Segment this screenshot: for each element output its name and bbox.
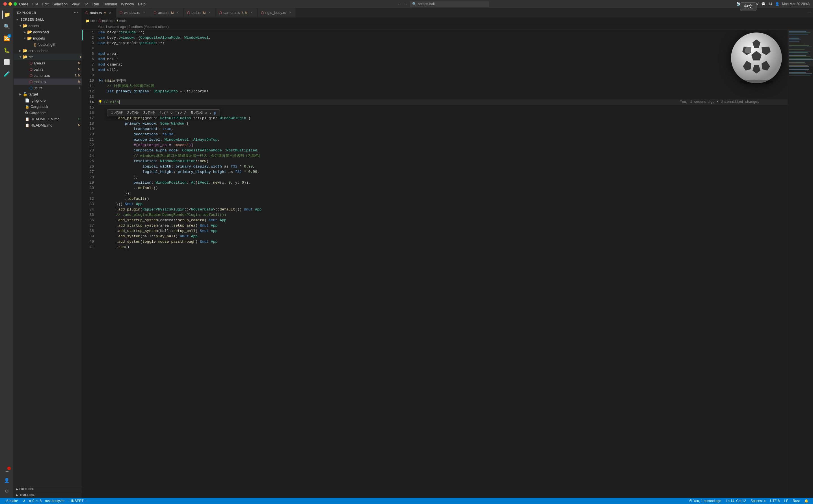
line-ending-label: LF xyxy=(784,499,788,503)
code-line-1: use bevy::prelude::*; xyxy=(98,30,788,35)
tab-area-rs[interactable]: ⬡ area.rs M ✕ xyxy=(150,8,184,18)
svg-rect-8 xyxy=(789,45,809,46)
autocomplete-indicator: p xyxy=(214,110,216,116)
code-editor[interactable]: 1 2 3 4 5 6 7 8 9 10 11 12 13 14 15 16 xyxy=(82,30,813,498)
svg-rect-22 xyxy=(789,66,809,67)
nav-forward[interactable]: → xyxy=(404,2,408,6)
maximize-button[interactable] xyxy=(14,2,17,6)
search-bar[interactable]: 🔍 screen-ball xyxy=(410,1,489,7)
tree-ball-rs[interactable]: ⬡ ball.rs M xyxy=(14,66,82,72)
tab-main-rs[interactable]: ⬡ main.rs M ✕ xyxy=(82,8,116,18)
menu-file[interactable]: File xyxy=(32,2,38,6)
status-language[interactable]: Rust xyxy=(790,498,802,504)
activity-extensions[interactable]: ⬜ xyxy=(2,58,11,67)
tree-cargo-lock[interactable]: 🔒 Cargo.lock xyxy=(14,103,82,110)
status-git-right[interactable]: ⏱ You, 1 second ago xyxy=(687,498,724,504)
tab-close-ball[interactable]: ✕ xyxy=(207,10,212,15)
tab-more-icon[interactable]: ··· xyxy=(805,8,813,18)
activity-settings[interactable]: ⚙ xyxy=(2,486,11,496)
breadcrumb-sep1: › xyxy=(96,19,97,23)
breadcrumb-sep2: › xyxy=(114,19,115,23)
tree-gitignore[interactable]: 📄 .gitignore xyxy=(14,97,82,103)
tree-src[interactable]: ▼ 📂 src ● xyxy=(14,54,82,60)
activity-debug[interactable]: 🐛 xyxy=(2,46,11,55)
sidebar-more-icon[interactable]: ··· xyxy=(74,10,78,15)
breadcrumb: 📁src › ⬡main.rs › ƒmain xyxy=(82,18,813,24)
menu-edit[interactable]: Edit xyxy=(42,2,48,6)
menu-view[interactable]: View xyxy=(71,2,79,6)
tree-assets[interactable]: ▼ 📂 assets xyxy=(14,23,82,29)
tree-target[interactable]: ▶ 🔒 target xyxy=(14,91,82,97)
tree-download[interactable]: ▶ 📂 download xyxy=(14,29,82,35)
git-blame-header: You, 1 second ago | 2 authors (You and o… xyxy=(82,24,813,30)
tree-main-rs[interactable]: ⬡ main.rs M xyxy=(14,79,82,85)
minimap[interactable] xyxy=(788,30,813,498)
tab-window-rs[interactable]: ⬡ window.rs ✕ xyxy=(116,8,150,18)
tree-models[interactable]: ▼ 📂 models xyxy=(14,35,82,41)
tab-badge-camera: 7, M xyxy=(241,11,247,14)
activity-account[interactable]: 👤 xyxy=(2,476,11,485)
status-position[interactable]: Ln 14, Col 12 xyxy=(724,498,748,504)
status-sync[interactable]: ↺ xyxy=(21,498,27,504)
tree-football-gltf[interactable]: {} football.gltf xyxy=(14,41,82,47)
tab-close-main[interactable]: ✕ xyxy=(108,10,112,15)
menu-run[interactable]: Run xyxy=(92,2,99,6)
menu-selection[interactable]: Selection xyxy=(53,2,68,6)
tree-util-rs[interactable]: ⬡ util.rs 1 xyxy=(14,85,82,91)
tab-ball-rs[interactable]: ⬡ ball.rs M ✕ xyxy=(184,8,216,18)
activity-testing[interactable]: 🧪 xyxy=(2,69,11,79)
code-content[interactable]: use bevy::prelude::*; use bevy::window::… xyxy=(96,30,788,498)
status-analyzer[interactable]: rust-analyzer xyxy=(43,498,66,504)
autocomplete-nav-down[interactable]: ∨ xyxy=(209,110,212,116)
tab-close-rigid[interactable]: ✕ xyxy=(288,10,292,15)
tab-rigid-body-rs[interactable]: ⬡ rigid_body.rs ✕ xyxy=(257,8,296,18)
status-branch[interactable]: ⎇ main* xyxy=(2,498,21,504)
activity-search[interactable]: 🔍 xyxy=(2,22,11,31)
chinese-input-popup: 中文 xyxy=(740,2,756,11)
status-line-ending[interactable]: LF xyxy=(782,498,790,504)
autocomplete-nav-up[interactable]: ∧ xyxy=(205,110,207,116)
language-label: Rust xyxy=(793,499,800,503)
status-errors[interactable]: ⊗ 0 ⚠ 8 xyxy=(27,498,43,504)
tree-area-rs[interactable]: ⬡ area.rs M xyxy=(14,60,82,66)
menu-code[interactable]: Code xyxy=(19,2,29,6)
timeline-section[interactable]: ▶ TIMELINE xyxy=(14,492,82,498)
tab-close-area[interactable]: ✕ xyxy=(175,10,180,15)
svg-rect-21 xyxy=(789,65,808,66)
autocomplete-item-1[interactable]: 1.你好 2.你会 3.你还 4.(* ▽ `)ノノ 5.你和 xyxy=(111,110,203,116)
tab-close-window[interactable]: ✕ xyxy=(142,10,146,15)
nav-back[interactable]: ← xyxy=(397,2,401,6)
code-line-23: composite_alpha_mode: CompositeAlphaMode… xyxy=(98,148,788,153)
tree-readme-en[interactable]: 📋 README_EN.md U xyxy=(14,116,82,122)
breadcrumb-src[interactable]: 📁src xyxy=(85,19,95,23)
encoding-label: UTF-8 xyxy=(770,499,780,503)
code-line-36: .add_startup_system(camera::setup_camera… xyxy=(98,218,788,223)
breadcrumb-symbol[interactable]: ƒmain xyxy=(116,19,127,23)
svg-rect-25 xyxy=(789,71,808,71)
tree-cargo-toml[interactable]: ⚙ Cargo.toml xyxy=(14,110,82,116)
status-encoding[interactable]: UTF-8 xyxy=(768,498,782,504)
svg-rect-7 xyxy=(789,44,805,44)
activity-source-control[interactable]: 🔀 6 xyxy=(2,34,11,43)
project-root[interactable]: ▼ SCREEN-BALL xyxy=(14,16,82,23)
tab-close-camera[interactable]: ✕ xyxy=(249,10,254,15)
tree-readme[interactable]: 📋 README.md M xyxy=(14,122,82,128)
menu-window[interactable]: Window xyxy=(121,2,134,6)
activity-remote[interactable]: ☁ 1 xyxy=(2,466,11,475)
menu-terminal[interactable]: Terminal xyxy=(103,2,117,6)
tree-screenshots[interactable]: ▶ 📂 screenshots xyxy=(14,47,82,54)
activity-explorer[interactable]: 📁 xyxy=(2,10,11,19)
tree-camera-rs[interactable]: ⬡ camera.rs 7, M xyxy=(14,72,82,79)
svg-rect-13 xyxy=(789,54,809,54)
git-branch-icon: ⎇ xyxy=(5,499,8,503)
outline-section[interactable]: ▶ OUTLINE xyxy=(14,486,82,492)
minimize-button[interactable] xyxy=(8,2,12,6)
breadcrumb-file[interactable]: ⬡main.rs xyxy=(98,19,113,23)
menu-go[interactable]: Go xyxy=(83,2,88,6)
tab-camera-rs[interactable]: ⬡ camera.rs 7, M ✕ xyxy=(215,8,257,18)
notification-count: 14 xyxy=(768,2,772,6)
status-spaces[interactable]: Spaces: 4 xyxy=(748,498,768,504)
status-notifications[interactable]: 🔔 xyxy=(802,498,811,504)
close-button[interactable] xyxy=(3,2,7,6)
menu-help[interactable]: Help xyxy=(138,2,146,6)
